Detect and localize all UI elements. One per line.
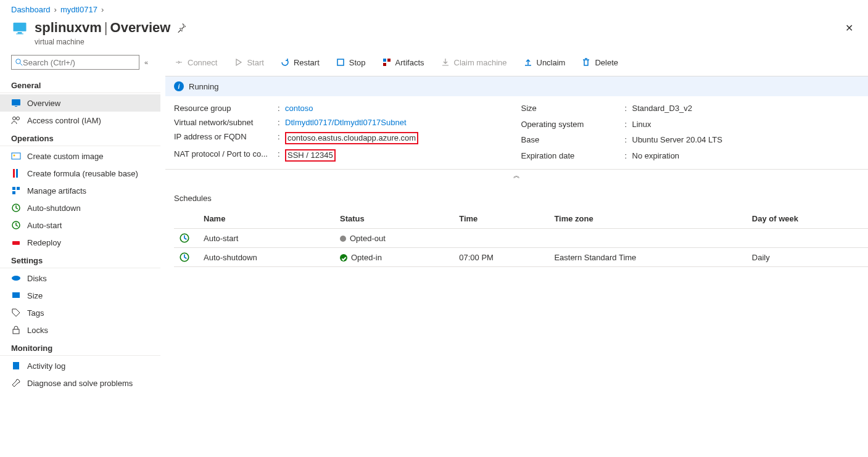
people-icon (11, 115, 21, 125)
col-time[interactable]: Time (454, 209, 549, 229)
sidebar-item-size[interactable]: Size (0, 287, 160, 304)
lock-icon (11, 325, 21, 335)
sidebar-item-label: Locks (27, 326, 48, 335)
cell-status: Opted-in (351, 253, 382, 262)
image-icon (11, 151, 21, 161)
ip-value: contoso.eastus.cloudapp.azure.com (285, 132, 418, 144)
sidebar-item-label: Overview (27, 99, 60, 108)
sidebar-item-auto-shutdown[interactable]: Auto-shutdown (0, 199, 160, 216)
prop-label-resource-group: Resource group (174, 104, 278, 113)
table-row[interactable]: Auto-shutdown Opted-in 07:00 PM Eastern … (174, 248, 868, 267)
resource-group-link[interactable]: contoso (285, 104, 313, 113)
restart-icon (280, 57, 290, 67)
clock-icon (11, 220, 21, 230)
cell-time: 07:00 PM (454, 248, 549, 267)
sidebar-item-tags[interactable]: Tags (0, 304, 160, 321)
sidebar-item-label: Tags (27, 308, 44, 318)
cell-time (454, 229, 549, 248)
sidebar-item-overview[interactable]: Overview (0, 94, 160, 112)
sidebar-item-create-formula[interactable]: Create formula (reusable base) (0, 165, 160, 182)
sidebar-item-label: Disks (27, 274, 47, 283)
collapse-essentials-icon[interactable]: ︽ (165, 170, 868, 181)
svg-rect-2 (16, 33, 23, 34)
status-bar: i Running (165, 76, 868, 96)
info-icon: i (174, 81, 184, 91)
status-dot-green-icon (340, 254, 347, 261)
cell-dow: Daily (747, 248, 868, 267)
unclaim-button[interactable]: Unclaim (519, 55, 569, 70)
svg-point-8 (17, 117, 20, 120)
sidebar-item-label: Size (27, 291, 43, 300)
upload-icon (523, 57, 533, 67)
status-text: Running (189, 82, 218, 91)
svg-rect-1 (18, 32, 22, 33)
clock-icon (179, 252, 190, 263)
restart-button[interactable]: Restart (276, 55, 323, 70)
connect-button: Connect (170, 55, 221, 70)
sidebar-item-label: Activity log (27, 361, 65, 371)
breadcrumb-parent[interactable]: mydtl0717 (60, 5, 97, 14)
breadcrumb-home[interactable]: Dashboard (11, 5, 51, 14)
sidebar-item-access-control[interactable]: Access control (IAM) (0, 112, 160, 129)
sidebar-item-label: Diagnose and solve problems (27, 379, 133, 388)
col-dow[interactable]: Day of week (747, 209, 868, 229)
stop-button[interactable]: Stop (332, 55, 370, 70)
base-value: Ubuntu Server 20.04 LTS (632, 135, 869, 144)
svg-point-7 (13, 117, 16, 120)
svg-rect-21 (13, 329, 19, 334)
pin-icon[interactable] (176, 23, 186, 33)
artifacts-button[interactable]: Artifacts (378, 55, 428, 70)
delete-button[interactable]: Delete (577, 55, 622, 70)
nav-section-operations: Operations (0, 129, 160, 146)
virtual-machine-icon (11, 19, 28, 36)
disk-icon (11, 273, 21, 283)
col-status[interactable]: Status (335, 209, 454, 229)
monitor-icon (11, 98, 21, 108)
sidebar-item-label: Redeploy (27, 238, 61, 247)
stop-icon (336, 57, 345, 67)
play-icon (233, 57, 243, 67)
col-zone[interactable]: Time zone (549, 209, 746, 229)
start-button: Start (229, 55, 267, 70)
artifacts-icon (11, 186, 21, 196)
svg-rect-18 (12, 241, 20, 245)
vnet-link[interactable]: Dtlmydtl0717/Dtlmydtl0717Subnet (285, 118, 407, 127)
svg-rect-11 (13, 169, 15, 178)
clock-icon (11, 203, 21, 213)
sidebar-item-locks[interactable]: Locks (0, 321, 160, 339)
table-row[interactable]: Auto-start Opted-out (174, 229, 868, 248)
sidebar-item-label: Create formula (reusable base) (27, 169, 138, 178)
svg-rect-9 (12, 153, 20, 159)
nav-section-general: General (0, 76, 160, 93)
sidebar-item-create-custom-image[interactable]: Create custom image (0, 147, 160, 165)
close-icon[interactable]: ✕ (845, 22, 853, 34)
essentials-panel: Resource group:contoso Virtual network/s… (165, 96, 868, 170)
prop-label-base: Base (521, 135, 625, 144)
prop-label-os: Operating system (521, 120, 625, 129)
svg-rect-6 (15, 106, 17, 107)
expiration-value: No expiration (632, 151, 869, 160)
search-input[interactable] (11, 55, 139, 70)
chevron-right-icon: › (101, 5, 104, 14)
sidebar-item-diagnose[interactable]: Diagnose and solve problems (0, 374, 160, 392)
breadcrumb: Dashboard › mydtl0717 › (0, 0, 868, 17)
svg-point-3 (16, 59, 21, 64)
collapse-sidebar-icon[interactable]: « (144, 59, 153, 66)
log-icon (11, 361, 21, 371)
cell-name: Auto-start (199, 229, 335, 248)
schedules-table: Name Status Time Time zone Day of week A… (174, 209, 868, 267)
redeploy-icon (11, 237, 21, 247)
sidebar-item-manage-artifacts[interactable]: Manage artifacts (0, 182, 160, 199)
svg-rect-25 (387, 59, 391, 62)
sidebar-item-auto-start[interactable]: Auto-start (0, 216, 160, 234)
col-name[interactable]: Name (199, 209, 335, 229)
nav-section-monitoring: Monitoring (0, 339, 160, 356)
prop-label-expiration: Expiration date (521, 151, 625, 160)
command-bar: Connect Start Restart Stop Artifacts Cla… (165, 52, 868, 72)
svg-rect-15 (12, 191, 15, 194)
resource-name: splinuxvm (35, 20, 102, 35)
sidebar-item-redeploy[interactable]: Redeploy (0, 234, 160, 251)
sidebar-item-activity-log[interactable]: Activity log (0, 357, 160, 374)
trash-icon (581, 57, 591, 67)
sidebar-item-disks[interactable]: Disks (0, 270, 160, 287)
